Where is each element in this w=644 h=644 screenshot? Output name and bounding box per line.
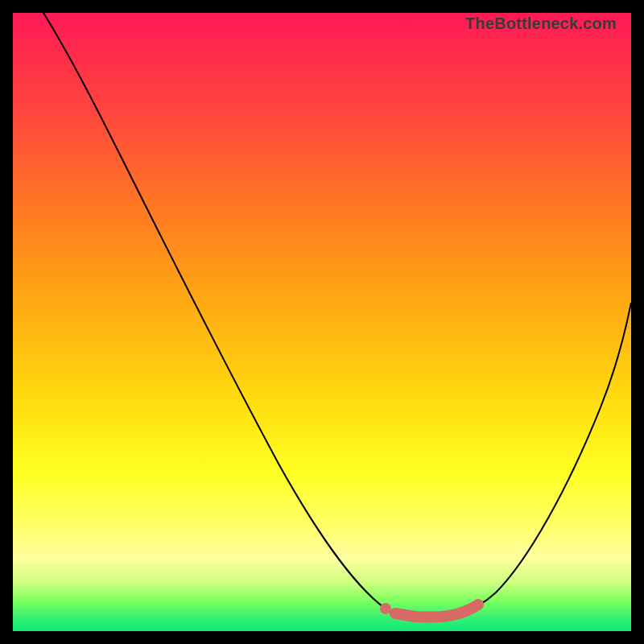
highlight-start-dot <box>380 603 391 614</box>
chart-container: TheBottleneck.com <box>0 0 644 644</box>
chart-svg <box>13 13 631 631</box>
plot-area: TheBottleneck.com <box>13 13 631 631</box>
bottleneck-curve <box>43 13 631 617</box>
highlight-segment <box>395 605 478 617</box>
